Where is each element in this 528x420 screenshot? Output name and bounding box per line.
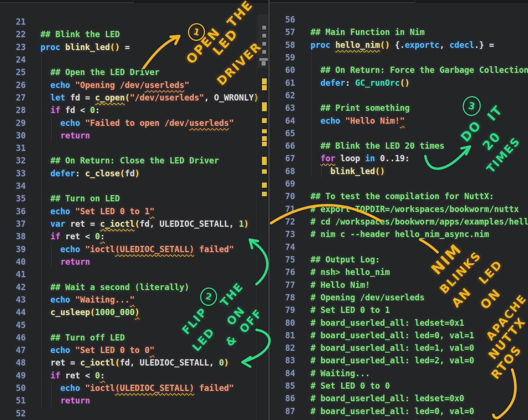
- code-line[interactable]: 40 return: [0, 255, 268, 268]
- code-line[interactable]: 42 ## Wait a second (literally): [0, 281, 268, 293]
- tab-divider: [415, 0, 415, 3]
- code-line[interactable]: 46 ## Turn off LED: [0, 331, 268, 344]
- code-line[interactable]: 73 # nim c --header hello_nim_async.nim: [270, 228, 528, 240]
- code-line[interactable]: 23 proc blink_led() =: [0, 41, 268, 53]
- code-line[interactable]: 71 # export TOPDIR=/workspaces/bookworm/…: [270, 203, 528, 215]
- code-area-right[interactable]: 5657 ## Main Function in Nim58 proc hell…: [270, 13, 528, 420]
- code-line[interactable]: 35 ## Turn on LED: [0, 192, 268, 205]
- ruler-warning-mark: [262, 192, 267, 196]
- code-text: # Set LED 0 to 1: [301, 304, 390, 316]
- code-line[interactable]: 84 # Waiting...: [270, 367, 528, 380]
- line-number: 65: [270, 127, 295, 140]
- code-line[interactable]: 48 ret = c_ioctl(fd, ULEDIOC_SETALL, 0): [0, 356, 268, 369]
- code-area-left[interactable]: 2122 ## Blink the LED23 proc blink_led()…: [0, 15, 268, 420]
- code-text: echo "Set LED 0 to 0": [31, 344, 155, 356]
- code-line[interactable]: 24: [0, 53, 268, 66]
- code-line[interactable]: 56: [270, 13, 528, 26]
- editor-pane-left[interactable]: 2122 ## Blink the LED23 proc blink_led()…: [0, 3, 268, 420]
- line-number: 87: [270, 405, 295, 417]
- code-line[interactable]: 57 ## Main Function in Nim: [270, 26, 528, 38]
- line-number: 22: [0, 28, 26, 40]
- code-line[interactable]: 25 ## Open the LED Driver: [0, 66, 268, 78]
- code-line[interactable]: 45: [0, 319, 268, 331]
- code-line[interactable]: 27 let fd = c_open("/dev/userleds", O_WR…: [0, 91, 268, 104]
- code-text: c_usleep(1000_000): [31, 306, 140, 318]
- code-line[interactable]: 22 ## Blink the LED: [0, 28, 268, 40]
- code-line[interactable]: 85 # Set LED 0 to 0: [270, 380, 528, 392]
- code-line[interactable]: 87 # board_userled_all: led=0, val=0: [270, 405, 528, 417]
- code-text: # board_userled_all: led=2, val=0: [301, 354, 474, 367]
- code-text: if ret < 0:: [31, 369, 105, 382]
- code-line[interactable]: 70 ## To test the compilation for NuttX:: [270, 190, 528, 202]
- code-line[interactable]: 41: [0, 268, 268, 280]
- line-number: 76: [270, 266, 295, 278]
- code-text: # Waiting...: [301, 367, 370, 380]
- code-line[interactable]: 38 if ret < 0:: [0, 230, 268, 243]
- code-line[interactable]: 81 # board_userled_all: led=0, val=1: [270, 329, 528, 342]
- code-line[interactable]: 82 # board_userled_all: led=1, val=0: [270, 342, 528, 354]
- code-line[interactable]: 29 echo "Failed to open /dev/userleds": [0, 117, 268, 129]
- code-line[interactable]: 76 # nsh> hello_nim: [270, 266, 528, 278]
- code-text: echo "Set LED 0 to 1": [31, 205, 155, 218]
- code-line[interactable]: 68 blink_led(): [270, 165, 528, 177]
- code-text: # export TOPDIR=/workspaces/bookworm/nut…: [301, 203, 519, 215]
- code-line[interactable]: 86 # board_userled_all: ledset=0x0: [270, 392, 528, 405]
- line-number: 63: [270, 102, 295, 114]
- indent-guide: [41, 53, 42, 407]
- code-line[interactable]: 88 # board_userled_all: led=1, val=0: [270, 417, 528, 420]
- line-number: 70: [270, 190, 295, 202]
- line-number: 31: [0, 142, 26, 154]
- tab-strip[interactable]: [0, 0, 528, 3]
- code-line[interactable]: 51 return: [0, 394, 268, 407]
- code-line[interactable]: 63 ## Print something: [270, 102, 528, 114]
- code-line[interactable]: 32 ## On Return: Close the LED Driver: [0, 154, 268, 167]
- code-line[interactable]: 30 return: [0, 129, 268, 142]
- code-line[interactable]: 66 ## Blink the LED 20 times: [270, 140, 528, 152]
- code-line[interactable]: 65: [270, 127, 528, 140]
- code-line[interactable]: 67 for loop in 0..19:: [270, 152, 528, 165]
- code-line[interactable]: 50 echo "ioctl(ULEDIOC_SETALL) failed": [0, 382, 268, 394]
- code-line[interactable]: 59: [270, 51, 528, 64]
- code-line[interactable]: 74: [270, 241, 528, 253]
- code-line[interactable]: 60 ## On Return: Force the Garbage Colle…: [270, 64, 528, 76]
- code-line[interactable]: 26 echo "Opening /dev/userleds": [0, 79, 268, 91]
- code-line[interactable]: 77 # Hello Nim!: [270, 279, 528, 291]
- line-number: 82: [270, 342, 295, 354]
- code-line[interactable]: 61 defer: GC_runOrc(): [270, 77, 528, 89]
- code-line[interactable]: 43 echo "Waiting...": [0, 293, 268, 306]
- line-number: 39: [0, 243, 26, 255]
- code-line[interactable]: 49 if ret < 0:: [0, 369, 268, 382]
- code-line[interactable]: 78 # Opening /dev/userleds: [270, 291, 528, 304]
- code-line[interactable]: 34: [0, 180, 268, 192]
- code-text: ## Turn on LED: [31, 192, 120, 205]
- code-line[interactable]: 36 echo "Set LED 0 to 1": [0, 205, 268, 218]
- ruler-warning-mark: [262, 118, 267, 123]
- code-text: # board_userled_all: ledset=0x0: [301, 392, 464, 405]
- code-line[interactable]: 52: [0, 407, 268, 420]
- code-line[interactable]: 47 echo "Set LED 0 to 0": [0, 344, 268, 356]
- code-line[interactable]: 44 c_usleep(1000_000): [0, 306, 268, 318]
- indent-guide: [311, 51, 312, 177]
- code-line[interactable]: 69: [270, 177, 528, 190]
- line-number: 85: [270, 380, 295, 392]
- code-text: let fd = c_open("/dev/userleds", O_WRONL…: [31, 91, 259, 104]
- code-line[interactable]: 75 ## Output Log:: [270, 253, 528, 266]
- code-line[interactable]: 72 # cd /workspaces/bookworm/apps/exampl…: [270, 215, 528, 228]
- ruler-warning-mark: [262, 102, 267, 111]
- code-line[interactable]: 31: [0, 142, 268, 154]
- code-line[interactable]: 79 # Set LED 0 to 1: [270, 304, 528, 316]
- ruler-gray-mark: [259, 58, 268, 61]
- code-line[interactable]: 58 proc hello_nim() {.exportc, cdecl.} =: [270, 39, 528, 51]
- code-line[interactable]: 33 defer: c_close(fd): [0, 167, 268, 180]
- editor-pane-right[interactable]: 5657 ## Main Function in Nim58 proc hell…: [270, 3, 528, 420]
- code-line[interactable]: 64 echo "Hello Nim!": [270, 114, 528, 127]
- code-line[interactable]: 62: [270, 89, 528, 102]
- code-line[interactable]: 21: [0, 15, 268, 28]
- line-number: 81: [270, 329, 295, 342]
- code-line[interactable]: 83 # board_userled_all: led=2, val=0: [270, 354, 528, 367]
- code-text: # nsh> hello_nim: [301, 266, 390, 278]
- code-line[interactable]: 39 echo "ioctl(ULEDIOC_SETALL) failed": [0, 243, 268, 255]
- code-line[interactable]: 37 var ret = c_ioctl(fd, ULEDIOC_SETALL,…: [0, 218, 268, 230]
- code-line[interactable]: 80 # board_userled_all: ledset=0x1: [270, 317, 528, 329]
- code-line[interactable]: 28 if fd < 0:: [0, 104, 268, 116]
